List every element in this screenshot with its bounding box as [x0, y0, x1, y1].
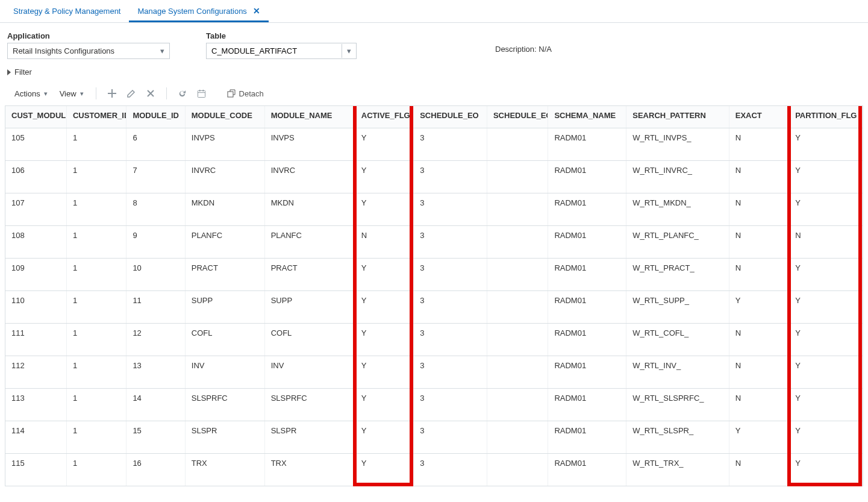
cell-module_name: PRACT: [264, 258, 355, 290]
cell-schema_name: RADM01: [548, 128, 626, 160]
cell-schedule_eo1: 3: [414, 160, 487, 193]
add-row-button[interactable]: [105, 86, 119, 101]
table-row[interactable]: 10617INVRCINVRCY3RADM01W_RTL_INVRC_NY: [5, 160, 863, 193]
cell-schedule_eo1: 3: [414, 453, 487, 486]
cell-partition_flg: Y: [789, 356, 863, 388]
delete-row-button[interactable]: [143, 86, 158, 101]
cell-module_id: 8: [126, 193, 185, 225]
application-value: Retail Insights Configurations: [13, 46, 114, 55]
actions-menu[interactable]: Actions ▾: [11, 87, 51, 101]
cell-module_code: SLSPRFC: [185, 388, 264, 421]
cell-module_id: 15: [126, 421, 185, 453]
svg-rect-4: [228, 92, 233, 97]
cell-active_flg: Y: [355, 421, 413, 453]
filter-label: Filter: [14, 67, 32, 77]
cell-cust_modul: 113: [5, 388, 66, 421]
column-header-exact[interactable]: EXACT: [729, 106, 788, 128]
cell-module_name: SLSPRFC: [264, 388, 355, 421]
cell-customer_id: 1: [66, 258, 126, 290]
detach-button[interactable]: Detach: [227, 89, 264, 98]
cell-module_name: INVRC: [264, 160, 355, 193]
table-row[interactable]: 10819PLANFCPLANFCN3RADM01W_RTL_PLANFC_NN: [5, 225, 863, 258]
table-row[interactable]: 10718MKDNMKDNY3RADM01W_RTL_MKDN_NY: [5, 193, 863, 225]
cell-customer_id: 1: [66, 421, 126, 453]
column-header-module_name[interactable]: MODULE_NAME: [264, 106, 355, 128]
cell-schema_name: RADM01: [548, 160, 626, 193]
chevron-down-icon: ▾: [44, 90, 48, 98]
column-header-schedule_eo2[interactable]: SCHEDULE_EO: [487, 106, 548, 128]
chevron-down-icon[interactable]: ▾: [342, 44, 356, 58]
application-select[interactable]: Retail Insights Configurations ▾: [7, 43, 170, 59]
filter-form: Application Retail Insights Configuratio…: [0, 23, 868, 63]
cell-partition_flg: Y: [789, 258, 863, 290]
column-header-search_pattern[interactable]: SEARCH_PATTERN: [626, 106, 729, 128]
cell-module_code: PRACT: [185, 258, 264, 290]
filter-disclosure[interactable]: Filter: [0, 63, 868, 80]
cell-schema_name: RADM01: [548, 323, 626, 356]
cell-module_name: SUPP: [264, 290, 355, 323]
cell-search_pattern: W_RTL_MKDN_: [626, 193, 729, 225]
column-header-cust_modul[interactable]: CUST_MODUL: [5, 106, 66, 128]
cell-partition_flg: Y: [789, 323, 863, 356]
table-toolbar: Actions ▾ View ▾ Detach: [0, 80, 868, 105]
column-header-schedule_eo1[interactable]: SCHEDULE_EO: [414, 106, 487, 128]
table-row[interactable]: 113114SLSPRFCSLSPRFCY3RADM01W_RTL_SLSPRF…: [5, 388, 863, 421]
cell-module_code: INVPS: [185, 128, 264, 160]
cell-module_code: INVRC: [185, 160, 264, 193]
cell-search_pattern: W_RTL_PRACT_: [626, 258, 729, 290]
cell-active_flg: Y: [355, 388, 413, 421]
cell-exact: N: [729, 388, 788, 421]
tab-strategy-policy-management[interactable]: Strategy & Policy Management: [5, 0, 129, 22]
cell-cust_modul: 114: [5, 421, 66, 453]
cell-cust_modul: 115: [5, 453, 66, 486]
table-row[interactable]: 114115SLSPRSLSPRY3RADM01W_RTL_SLSPR_YY: [5, 421, 863, 453]
table-row[interactable]: 111112COFLCOFLY3RADM01W_RTL_COFL_NY: [5, 323, 863, 356]
cell-active_flg: Y: [355, 160, 413, 193]
tab-manage-system-configurations[interactable]: Manage System Configurations✕: [129, 0, 268, 22]
cell-schedule_eo2: [487, 290, 548, 323]
cell-exact: N: [729, 225, 788, 258]
refresh-button[interactable]: [175, 86, 190, 101]
calendar-button[interactable]: [195, 86, 209, 101]
table-combobox[interactable]: ▾: [206, 43, 357, 59]
table-row[interactable]: 115116TRXTRXY3RADM01W_RTL_TRX_NY: [5, 453, 863, 486]
chevron-down-icon: ▾: [160, 46, 164, 55]
table-row[interactable]: 109110PRACTPRACTY3RADM01W_RTL_PRACT_NY: [5, 258, 863, 290]
cell-module_name: INV: [264, 356, 355, 388]
column-header-module_id[interactable]: MODULE_ID: [126, 106, 185, 128]
table-row[interactable]: 10516INVPSINVPSY3RADM01W_RTL_INVPS_NY: [5, 128, 863, 160]
cell-schedule_eo1: 3: [414, 225, 487, 258]
cell-customer_id: 1: [66, 193, 126, 225]
table-row[interactable]: 110111SUPPSUPPY3RADM01W_RTL_SUPP_YY: [5, 290, 863, 323]
column-header-schema_name[interactable]: SCHEMA_NAME: [548, 106, 626, 128]
cell-search_pattern: W_RTL_TRX_: [626, 453, 729, 486]
cell-active_flg: Y: [355, 258, 413, 290]
cell-search_pattern: W_RTL_PLANFC_: [626, 225, 729, 258]
cell-active_flg: Y: [355, 128, 413, 160]
tab-label: Manage System Configurations: [137, 7, 246, 16]
column-header-active_flg[interactable]: ACTIVE_FLG: [355, 106, 413, 128]
cell-schedule_eo1: 3: [414, 128, 487, 160]
edit-row-button[interactable]: [124, 86, 139, 101]
cell-schedule_eo1: 3: [414, 356, 487, 388]
cell-module_id: 16: [126, 453, 185, 486]
cell-schedule_eo2: [487, 258, 548, 290]
cell-schedule_eo2: [487, 356, 548, 388]
column-header-customer_id[interactable]: CUSTOMER_ID: [66, 106, 126, 128]
cell-partition_flg: Y: [789, 421, 863, 453]
tab-label: Strategy & Policy Management: [13, 7, 120, 16]
view-menu[interactable]: View ▾: [56, 87, 87, 101]
column-header-module_code[interactable]: MODULE_CODE: [185, 106, 264, 128]
table-row[interactable]: 112113INVINVY3RADM01W_RTL_INV_NY: [5, 356, 863, 388]
cell-cust_modul: 112: [5, 356, 66, 388]
table-input[interactable]: [207, 43, 342, 58]
cell-module_code: PLANFC: [185, 225, 264, 258]
column-header-partition_flg[interactable]: PARTITION_FLG: [789, 106, 863, 128]
cell-exact: N: [729, 193, 788, 225]
close-icon[interactable]: ✕: [253, 6, 260, 16]
cell-cust_modul: 111: [5, 323, 66, 356]
cell-cust_modul: 105: [5, 128, 66, 160]
cell-schema_name: RADM01: [548, 421, 626, 453]
data-grid: CUST_MODULCUSTOMER_IDMODULE_IDMODULE_COD…: [5, 105, 863, 486]
cell-module_name: MKDN: [264, 193, 355, 225]
